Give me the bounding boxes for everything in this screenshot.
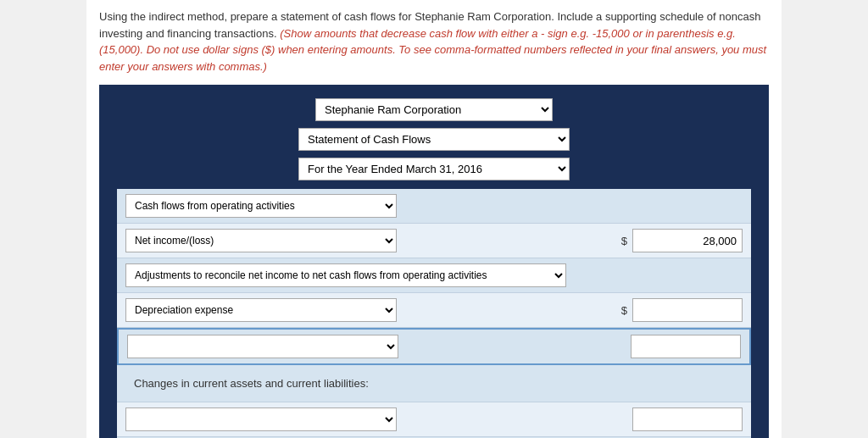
changes-input-1[interactable] bbox=[632, 408, 743, 431]
depreciation-input[interactable] bbox=[632, 298, 743, 322]
cash-flows-section-row: Cash flows from operating activities bbox=[117, 189, 751, 224]
adjustments-select[interactable]: Adjustments to reconcile net income to n… bbox=[125, 263, 566, 287]
depreciation-select[interactable]: Depreciation expense bbox=[125, 298, 397, 322]
depreciation-dollar-group: $ bbox=[621, 298, 743, 322]
instructions: Using the indirect method, prepare a sta… bbox=[99, 8, 769, 75]
changes-label-row: Changes in current assets and current li… bbox=[117, 365, 751, 402]
depreciation-select-wrapper: Depreciation expense bbox=[125, 298, 397, 322]
statement-type-dropdown[interactable]: Statement of Cash Flows bbox=[298, 128, 570, 151]
adjustments-row: Adjustments to reconcile net income to n… bbox=[117, 258, 751, 293]
depreciation-row: Depreciation expense $ bbox=[117, 293, 751, 328]
empty-select-1[interactable] bbox=[127, 335, 398, 358]
empty-select-row bbox=[117, 328, 751, 365]
empty-input-group-1 bbox=[631, 335, 741, 358]
changes-section-label: Changes in current assets and current li… bbox=[125, 370, 377, 396]
net-income-row: Net income/(loss) $ bbox=[117, 224, 751, 258]
form-container: Stephanie Ram Corporation Statement of C… bbox=[99, 85, 769, 438]
net-income-select-wrapper: Net income/(loss) bbox=[125, 229, 397, 252]
instruction-text-1: Using the indirect method, prepare a sta… bbox=[99, 10, 716, 23]
changes-row-1 bbox=[117, 402, 751, 437]
empty-select-wrapper bbox=[127, 335, 398, 358]
form-header: Stephanie Ram Corporation Statement of C… bbox=[117, 98, 751, 180]
company-dropdown[interactable]: Stephanie Ram Corporation bbox=[315, 98, 553, 121]
changes-select-wrapper-1 bbox=[125, 408, 397, 431]
net-income-dollar-group: $ bbox=[621, 229, 743, 252]
net-income-dollar-sign: $ bbox=[621, 235, 627, 247]
changes-select-1[interactable] bbox=[125, 408, 397, 431]
net-income-input[interactable] bbox=[632, 229, 743, 252]
cash-flows-select[interactable]: Cash flows from operating activities bbox=[125, 194, 397, 218]
period-dropdown[interactable]: For the Year Ended March 31, 2016 bbox=[298, 158, 570, 180]
changes-input-group-1 bbox=[632, 408, 743, 431]
cash-flows-select-wrapper: Cash flows from operating activities bbox=[125, 194, 397, 218]
page-wrapper: Using the indirect method, prepare a sta… bbox=[86, 0, 782, 438]
net-income-select[interactable]: Net income/(loss) bbox=[125, 229, 397, 252]
form-body: Cash flows from operating activities Net… bbox=[117, 189, 751, 438]
empty-input-1[interactable] bbox=[631, 335, 741, 358]
depreciation-dollar-sign: $ bbox=[621, 304, 627, 317]
